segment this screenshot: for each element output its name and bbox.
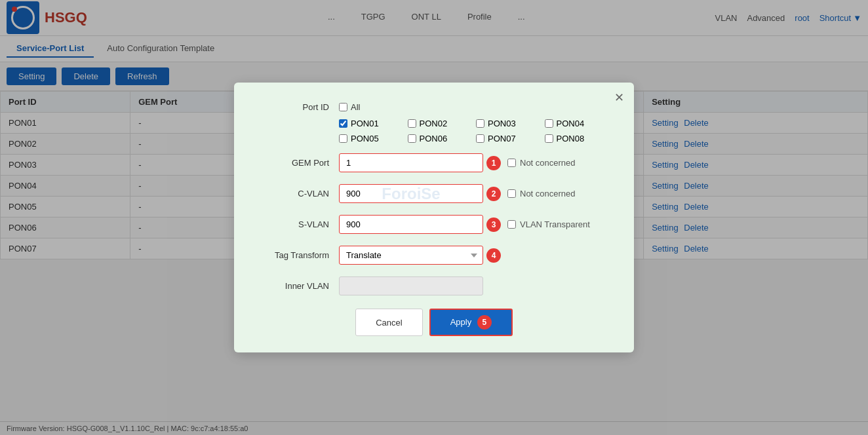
gem-port-row: GEM Port 1 Not concerned [260,153,608,172]
pon04-item: PON04 [545,119,608,128]
tag-transform-select[interactable]: Translate Add Remove None [339,246,483,259]
s-vlan-transparent-group: VLAN Transparent [507,219,590,229]
modal-overlay: ✕ Port ID All PON01 PON02 [0,0,868,259]
tag-transform-row: Tag Transform Translate Add Remove None … [260,246,608,259]
pon05-checkbox[interactable] [339,134,347,143]
s-vlan-label: S-VLAN [260,219,339,229]
gem-port-not-concerned-group: Not concerned [507,158,576,168]
pon08-item: PON08 [545,134,608,143]
pon05-item: PON05 [339,134,403,143]
step-badge-2: 2 [486,187,501,201]
pon06-item: PON06 [408,134,471,143]
pon07-label: PON07 [488,134,516,143]
pon01-checkbox[interactable] [339,119,347,128]
pon08-label: PON08 [557,134,585,143]
port-id-section: Port ID All PON01 PON02 PON03 [260,102,608,143]
all-checkbox[interactable] [339,103,347,111]
c-vlan-not-concerned-group: Not concerned [507,189,576,199]
c-vlan-input[interactable] [339,184,483,203]
gem-port-not-concerned-label: Not concerned [520,158,576,168]
pon06-label: PON06 [420,134,448,143]
pon02-item: PON02 [408,119,471,128]
pon02-checkbox[interactable] [408,119,416,128]
gem-port-not-concerned-checkbox[interactable] [507,159,516,167]
pon08-checkbox[interactable] [545,134,553,143]
pon04-label: PON04 [557,119,585,128]
pon07-item: PON07 [476,134,540,143]
step-badge-3: 3 [486,218,501,232]
c-vlan-label: C-VLAN [260,189,339,199]
pon02-label: PON02 [420,119,448,128]
s-vlan-input[interactable] [339,215,483,234]
pon03-label: PON03 [488,119,516,128]
pon06-checkbox[interactable] [408,134,416,143]
pon05-label: PON05 [351,134,379,143]
c-vlan-not-concerned-checkbox[interactable] [507,189,516,198]
c-vlan-row: C-VLAN ForoiSe 2 Not concerned [260,184,608,203]
pon03-item: PON03 [476,119,540,128]
pon03-checkbox[interactable] [476,119,484,128]
modal-dialog: ✕ Port ID All PON01 PON02 [234,83,634,259]
pon01-item: PON01 [339,119,403,128]
modal-close-button[interactable]: ✕ [614,90,624,105]
all-label: All [351,102,360,112]
step-badge-4: 4 [486,248,501,260]
pon-grid: PON01 PON02 PON03 PON04 [260,119,608,143]
pon07-checkbox[interactable] [476,134,484,143]
gem-port-label: GEM Port [260,158,339,168]
tag-transform-label: Tag Transform [260,250,339,259]
c-vlan-not-concerned-label: Not concerned [520,189,576,199]
s-vlan-row: S-VLAN 3 VLAN Transparent [260,215,608,234]
pon04-checkbox[interactable] [545,119,553,128]
step-badge-1: 1 [486,156,501,170]
s-vlan-transparent-label: VLAN Transparent [520,219,590,229]
pon01-label: PON01 [351,119,379,128]
port-id-label: Port ID [260,102,339,112]
s-vlan-transparent-checkbox[interactable] [507,220,516,229]
gem-port-input[interactable] [339,153,483,172]
